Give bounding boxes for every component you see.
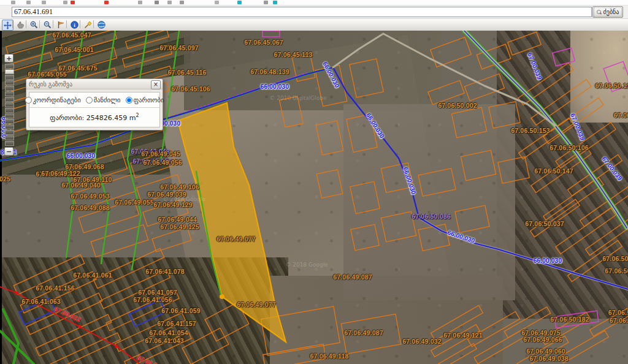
toolbar-separator xyxy=(53,20,53,28)
parcel-code-label: 67.06.50.1 xyxy=(605,267,628,275)
parcel-code-label: 67.06.50.106 xyxy=(550,144,589,151)
measure-dialog-body: კოორდინატებიმანძილიფართობი ფართობი: 2548… xyxy=(29,92,160,127)
parcel-code-label: 67.06.49.087 xyxy=(333,273,372,281)
info-tool[interactable]: i xyxy=(69,20,80,29)
parcel-code-label: 67.06.49.060 xyxy=(526,347,565,355)
parcel-code-label: 67.06.49.032 xyxy=(402,338,442,345)
parcel-code-label: 67.06.50.153 xyxy=(511,127,550,134)
dialog-close-button[interactable]: × xyxy=(151,80,161,89)
full-extent-tool[interactable] xyxy=(96,20,107,29)
zoom-level-segment[interactable] xyxy=(5,108,14,113)
parcel-code-label: 67.06.45.106 xyxy=(171,85,210,93)
road-code-label: 66.00.030 xyxy=(321,61,340,89)
zoom-level-segment[interactable] xyxy=(5,102,14,107)
parcel-code-label: 67.06.49.045 xyxy=(141,150,180,157)
bookmark-favicon[interactable] xyxy=(11,1,15,4)
parcel-code-label: 67.06.41.054 xyxy=(149,329,188,336)
bookmark-favicon[interactable] xyxy=(237,1,242,4)
zoom-out-button[interactable]: − xyxy=(4,147,13,156)
road-code-label: 67.00.039 xyxy=(569,112,586,141)
bookmark-favicon[interactable] xyxy=(180,1,184,4)
toolbar-separator xyxy=(12,20,13,28)
search-bar: ძებნა xyxy=(0,6,628,19)
parcel-code-label: 67.06.41.063 xyxy=(21,298,61,305)
road-code-label: 67.00.022 xyxy=(53,306,82,324)
toolbar-separator xyxy=(39,20,40,28)
parcel-code-label: 67.06.41.059 xyxy=(161,307,201,314)
imagery-watermark: © 2018 Google xyxy=(285,262,327,268)
parcel-code-label: 67.06.41.156 xyxy=(36,284,75,292)
clear-brush-tool[interactable] xyxy=(83,20,93,29)
zoom-level-segment[interactable] xyxy=(5,135,14,140)
parcel-code-label: 67.06.41.056 xyxy=(133,296,172,303)
radio-button[interactable] xyxy=(126,97,132,104)
parcel-code-label: 67.06.49.088 xyxy=(71,204,110,211)
measure-mode-area[interactable]: ფართობი xyxy=(126,96,164,104)
bookmark-favicon[interactable] xyxy=(104,1,109,4)
parcel-code-label: 67.06.50.0 xyxy=(602,255,628,262)
road-code-label: 67.00.0 xyxy=(136,354,158,364)
bookmark-favicon[interactable] xyxy=(215,1,219,4)
parcel-code-label: 67.06.41.078 xyxy=(145,268,185,275)
zoom-level-segment[interactable] xyxy=(5,97,14,102)
zoom-level-segment[interactable] xyxy=(5,69,14,74)
bookmark-favicon[interactable] xyxy=(26,1,31,4)
zoom-out-tool[interactable] xyxy=(42,20,53,29)
parcel-code-label: 67.06.49.118 xyxy=(310,352,348,360)
zoom-in-tool[interactable] xyxy=(29,20,39,29)
parcel-code-label: 67.06.45.001 xyxy=(55,46,94,53)
measure-mode-distance[interactable]: მანძილი xyxy=(86,96,121,104)
road-code-label: 66.00.030 xyxy=(261,83,289,90)
radio-button[interactable] xyxy=(86,97,93,104)
app-window: { "browser_strip": {"icons":[ {"x":18,"c… xyxy=(0,0,628,364)
bookmark-favicon[interactable] xyxy=(71,1,75,4)
zoom-level-segment[interactable] xyxy=(5,119,14,124)
bookmark-favicon[interactable] xyxy=(42,1,46,4)
zoom-level-segment[interactable] xyxy=(5,75,14,80)
bookmark-favicon[interactable] xyxy=(273,1,277,4)
drag-hand-tool[interactable] xyxy=(15,20,26,29)
measure-mode-coordinates[interactable]: კოორდინატები xyxy=(25,96,81,104)
cadastral-code-input[interactable] xyxy=(12,7,592,17)
parcel-code-label: 67.06.41.043 xyxy=(145,337,184,344)
parcel-code-label: 67.06.49.087 xyxy=(344,329,383,336)
toolbar-separator xyxy=(80,20,80,28)
map-toolbar: i xyxy=(0,19,628,31)
parcel-code-label: 67.06.45.047 xyxy=(52,31,91,39)
bookmark-favicon[interactable] xyxy=(264,1,268,4)
measure-tool[interactable] xyxy=(56,20,66,29)
parcel-code-label: 67.06.45.113 xyxy=(274,51,312,58)
zoom-level-segment[interactable] xyxy=(5,64,14,69)
parcel-code-label: 67.06. xyxy=(614,112,628,119)
bookmark-favicon[interactable] xyxy=(167,1,172,4)
zoom-level-segment[interactable] xyxy=(5,130,14,135)
measure-dialog: რუკის გაზომვა × კოორდინატებიმანძილიფართო… xyxy=(26,78,163,131)
search-button[interactable]: ძებნა xyxy=(592,6,623,18)
measure-mode-label: მანძილი xyxy=(94,96,121,104)
parcel-code-label: 67.06.45.055 xyxy=(28,70,67,78)
zoom-level-segment[interactable] xyxy=(5,80,14,85)
parcel-code-label: 67.06.49.077 xyxy=(237,301,276,308)
parcel-code-label: 67.06.45.116 xyxy=(167,69,206,76)
browser-bookmarks-strip xyxy=(0,0,628,6)
zoom-track[interactable] xyxy=(4,64,14,146)
parcel-code-label: 67.06.49.044 xyxy=(158,216,197,223)
zoom-level-segment[interactable] xyxy=(5,113,14,118)
radio-button[interactable] xyxy=(25,97,32,104)
parcel-code-label: 67.06.49.056 xyxy=(143,159,182,166)
toolbar-separator xyxy=(93,20,94,28)
parcel-code-label: 67.06.49.053 xyxy=(71,192,110,200)
parcel-code-label: 67.06.41.061 xyxy=(73,271,112,279)
zoom-level-segment[interactable] xyxy=(5,86,14,91)
zoom-in-button[interactable]: + xyxy=(4,54,13,63)
parcel-code-label: 67.06.48.139 xyxy=(250,68,289,75)
search-icon xyxy=(597,10,602,15)
zoom-level-segment[interactable] xyxy=(5,124,14,129)
bookmark-favicon[interactable] xyxy=(63,1,67,4)
bookmark-favicon[interactable] xyxy=(155,1,159,4)
parcel-code-label: 67.06.41.057 xyxy=(138,289,177,296)
zoom-level-segment[interactable] xyxy=(5,141,14,146)
zoom-level-segment[interactable] xyxy=(5,91,14,96)
parcel-code-label: 67.06.49.066 xyxy=(523,336,562,343)
bookmark-favicon[interactable] xyxy=(138,1,142,4)
